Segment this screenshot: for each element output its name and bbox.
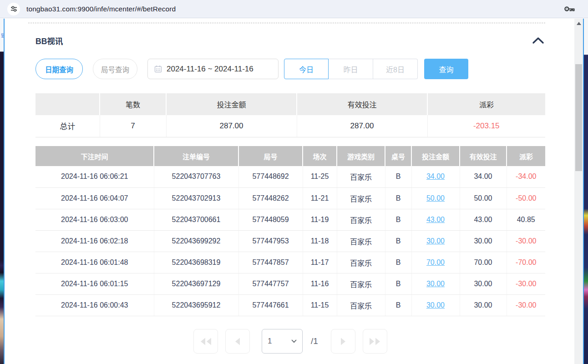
cell-session: 11-19 bbox=[303, 209, 337, 230]
search-button[interactable]: 查询 bbox=[424, 59, 468, 79]
summary-valid-bet-value: 287.00 bbox=[297, 115, 427, 137]
cell-valid-bet: 30.00 bbox=[460, 294, 507, 316]
cell-payout: -34.00 bbox=[507, 166, 545, 187]
summary-payout-value: -203.15 bbox=[427, 115, 545, 137]
summary-header-count: 笔数 bbox=[100, 93, 166, 115]
arrow-left-icon bbox=[234, 337, 241, 346]
summary-count-value: 7 bbox=[100, 115, 166, 137]
quick-range-group: 今日 昨日 近8日 bbox=[284, 59, 418, 79]
bet-amount-link[interactable]: 34.00 bbox=[411, 166, 460, 187]
arrow-right-icon bbox=[340, 337, 346, 346]
summary-header-payout: 派彩 bbox=[427, 93, 545, 115]
vertical-scrollbar[interactable] bbox=[574, 19, 583, 364]
scrollbar-thumb[interactable] bbox=[575, 64, 582, 171]
cell-round-id: 577448692 bbox=[238, 166, 303, 187]
scrollbar-up-arrow-icon[interactable] bbox=[577, 22, 581, 25]
bet-amount-link[interactable]: 70.00 bbox=[411, 252, 460, 273]
previous-page-button[interactable] bbox=[225, 329, 250, 354]
modal-right-border bbox=[583, 19, 584, 364]
table-row: 2024-11-16 06:04:07522043702913577448262… bbox=[35, 187, 545, 209]
last-page-button[interactable] bbox=[363, 329, 387, 354]
cell-payout: 40.85 bbox=[507, 209, 545, 230]
bet-records-table: 下注时间注单编号局号场次游戏类别桌号投注金额有效投注派彩 2024-11-16 … bbox=[35, 146, 545, 316]
header-session: 场次 bbox=[303, 146, 337, 166]
today-button[interactable]: 今日 bbox=[284, 59, 329, 79]
cell-table-no: B bbox=[385, 294, 411, 316]
cell-round-id: 577447757 bbox=[238, 273, 303, 294]
cell-valid-bet: 50.00 bbox=[460, 187, 507, 209]
summary-header-bet-amount: 投注金额 bbox=[166, 93, 297, 115]
cell-round-id: 577448262 bbox=[238, 187, 303, 209]
round-query-tab[interactable]: 局号查询 bbox=[93, 59, 137, 79]
cell-order-id: 522043700661 bbox=[154, 209, 238, 230]
yesterday-button[interactable]: 昨日 bbox=[329, 59, 373, 79]
site-permissions-button[interactable] bbox=[7, 3, 20, 15]
bet-amount-link[interactable]: 30.00 bbox=[411, 273, 460, 294]
key-icon bbox=[564, 5, 575, 13]
header-bet-amount: 投注金额 bbox=[411, 146, 460, 166]
cell-game-type: 百家乐 bbox=[337, 209, 385, 230]
table-row: 2024-11-16 06:03:00522043700661577448059… bbox=[35, 209, 545, 230]
table-row: 2024-11-16 06:00:43522043695912577447661… bbox=[35, 294, 545, 316]
total-pages-label: /1 bbox=[311, 336, 318, 346]
collapse-button[interactable] bbox=[532, 37, 544, 44]
cell-bet-time: 2024-11-16 06:03:00 bbox=[35, 209, 154, 230]
date-query-tab[interactable]: 日期查询 bbox=[35, 59, 83, 79]
filter-toolbar: 日期查询 局号查询 2024-1 bbox=[35, 59, 545, 79]
summary-bet-amount-value: 287.00 bbox=[166, 115, 297, 137]
cell-session: 11-18 bbox=[303, 230, 337, 252]
table-row: 2024-11-16 06:06:21522043707763577448692… bbox=[35, 166, 545, 187]
bet-amount-link[interactable]: 30.00 bbox=[411, 294, 460, 316]
header-table-no: 桌号 bbox=[385, 146, 411, 166]
table-row: 2024-11-16 06:01:48522043698319577447857… bbox=[35, 252, 545, 273]
cell-session: 11-21 bbox=[303, 187, 337, 209]
cell-order-id: 522043697129 bbox=[154, 273, 238, 294]
date-range-picker[interactable]: 2024-11-16 ~ 2024-11-16 bbox=[147, 59, 279, 79]
cell-round-id: 577447857 bbox=[238, 252, 303, 273]
background-right-strip bbox=[584, 19, 588, 364]
summary-header-blank bbox=[35, 93, 100, 115]
date-range-value: 2024-11-16 ~ 2024-11-16 bbox=[167, 65, 253, 74]
cell-order-id: 522043702913 bbox=[154, 187, 238, 209]
first-page-button[interactable] bbox=[193, 329, 218, 354]
table-row: 2024-11-16 06:01:15522043697129577447757… bbox=[35, 273, 545, 294]
cell-bet-time: 2024-11-16 06:06:21 bbox=[35, 166, 154, 187]
cell-game-type: 百家乐 bbox=[337, 230, 385, 252]
chevron-down-icon bbox=[291, 339, 297, 343]
header-payout: 派彩 bbox=[507, 146, 545, 166]
cell-round-id: 577448059 bbox=[238, 209, 303, 230]
cell-bet-time: 2024-11-16 06:04:07 bbox=[35, 187, 154, 209]
bet-record-page: нп BB视讯 日期查询 局号查询 bbox=[0, 19, 588, 364]
cell-table-no: B bbox=[385, 230, 411, 252]
near-8-days-button[interactable]: 近8日 bbox=[373, 59, 418, 79]
cell-order-id: 522043699292 bbox=[154, 230, 238, 252]
cell-game-type: 百家乐 bbox=[337, 273, 385, 294]
cell-session: 11-15 bbox=[303, 294, 337, 316]
summary-header-valid-bet: 有效投注 bbox=[297, 93, 427, 115]
url-field[interactable]: tongbao31.com:9900/infe/mcenter/#/betRec… bbox=[26, 5, 176, 13]
cell-session: 11-16 bbox=[303, 273, 337, 294]
cell-session: 11-17 bbox=[303, 252, 337, 273]
dashed-divider bbox=[28, 23, 545, 23]
cell-order-id: 522043707763 bbox=[154, 166, 238, 187]
summary-total-label: 总计 bbox=[35, 115, 100, 137]
bet-amount-link[interactable]: 43.00 bbox=[411, 209, 460, 230]
page-title: BB视讯 bbox=[35, 35, 63, 46]
records-header-row: 下注时间注单编号局号场次游戏类别桌号投注金额有效投注派彩 bbox=[35, 146, 545, 166]
cell-bet-time: 2024-11-16 06:01:48 bbox=[35, 252, 154, 273]
page-select-value: 1 bbox=[268, 337, 272, 346]
bet-amount-link[interactable]: 30.00 bbox=[411, 230, 460, 252]
password-manager-button[interactable] bbox=[564, 5, 581, 13]
next-page-button[interactable] bbox=[331, 329, 355, 354]
page-select[interactable]: 1 bbox=[262, 329, 303, 354]
bet-amount-link[interactable]: 50.00 bbox=[411, 187, 460, 209]
cell-valid-bet: 30.00 bbox=[460, 273, 507, 294]
cell-table-no: B bbox=[385, 252, 411, 273]
table-row: 2024-11-16 06:02:18522043699292577447953… bbox=[35, 230, 545, 252]
cell-order-id: 522043698319 bbox=[154, 252, 238, 273]
cell-valid-bet: 70.00 bbox=[460, 252, 507, 273]
double-arrow-right-icon bbox=[369, 337, 381, 346]
modal-left-border bbox=[4, 19, 5, 364]
background-left-strip: нп bbox=[0, 19, 4, 364]
summary-header-row: 笔数投注金额有效投注派彩 bbox=[35, 93, 545, 115]
